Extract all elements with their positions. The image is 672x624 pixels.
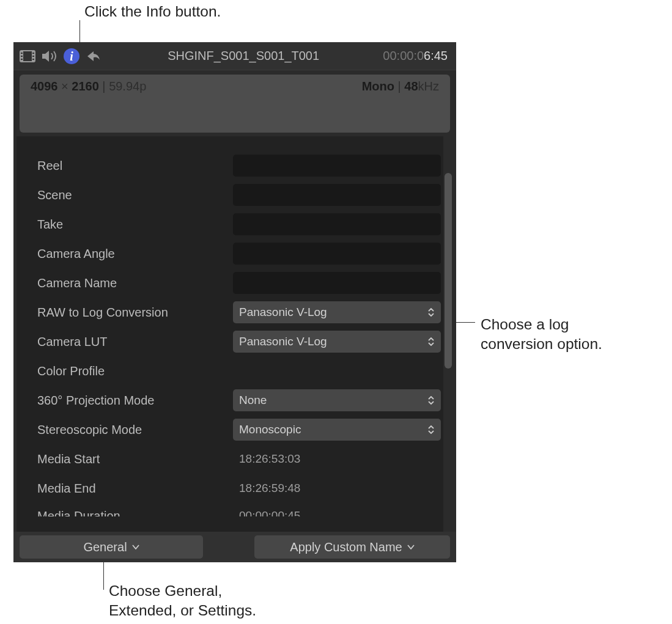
chevron-down-icon (407, 545, 415, 549)
svg-text:i: i (70, 50, 73, 63)
metadata-view-dropdown[interactable]: General (20, 535, 203, 559)
scene-input[interactable] (233, 184, 441, 206)
updown-icon (427, 337, 435, 346)
camera-name-input[interactable] (233, 272, 441, 294)
stereoscopic-mode-dropdown[interactable]: Monoscopic (233, 419, 441, 441)
scrollbar-thumb[interactable] (445, 173, 452, 369)
callout-log-conversion: Choose a log conversion option. (481, 315, 602, 354)
reel-row: Reel (17, 151, 453, 180)
raw-to-log-row: RAW to Log Conversion Panasonic V-Log (17, 298, 453, 327)
info-inspector-icon[interactable]: i (61, 46, 82, 67)
svg-rect-8 (32, 59, 34, 60)
video-inspector-icon[interactable] (17, 46, 38, 67)
stereoscopic-mode-row: Stereoscopic Mode Monoscopic (17, 415, 453, 444)
camera-lut-row: Camera LUT Panasonic V-Log (17, 327, 453, 356)
updown-icon (427, 396, 435, 405)
svg-rect-6 (32, 53, 34, 54)
scrollbar-track[interactable] (443, 136, 453, 546)
scene-row: Scene (17, 180, 453, 210)
svg-rect-3 (21, 53, 23, 54)
take-row: Take (17, 210, 453, 239)
take-input[interactable] (233, 213, 441, 235)
callout-info-button: Click the Info button. (84, 2, 221, 21)
callout-line (103, 559, 104, 590)
media-duration-row: Media Duration 00:00:00:45 (17, 503, 453, 516)
camera-lut-dropdown[interactable]: Panasonic V-Log (233, 331, 441, 353)
clip-name: SHGINF_S001_S001_T001 (104, 49, 383, 63)
media-start-row: Media Start 18:26:53:03 (17, 444, 453, 474)
inspector-panel: i SHGINF_S001_S001_T001 00:00:06:45 4096… (13, 42, 456, 562)
projection-mode-dropdown[interactable]: None (233, 389, 441, 411)
inspector-bottom-bar: General Apply Custom Name (13, 532, 456, 562)
chevron-down-icon (132, 545, 139, 549)
share-inspector-icon[interactable] (83, 46, 104, 67)
media-end-row: Media End 18:26:59:48 (17, 474, 453, 503)
camera-angle-row: Camera Angle (17, 239, 453, 268)
svg-rect-7 (32, 56, 34, 57)
inspector-topbar: i SHGINF_S001_S001_T001 00:00:06:45 (13, 42, 456, 70)
projection-mode-row: 360° Projection Mode None (17, 386, 453, 415)
svg-rect-4 (21, 56, 23, 57)
clip-summary-bar: 4096 × 2160 | 59.94p Mono | 48kHz (20, 75, 450, 133)
callout-general-menu: Choose General, Extended, or Settings. (109, 581, 256, 620)
raw-to-log-dropdown[interactable]: Panasonic V-Log (233, 301, 441, 323)
reel-input[interactable] (233, 155, 441, 177)
svg-rect-5 (21, 59, 23, 60)
color-profile-row: Color Profile (17, 356, 453, 386)
clip-timecode: 00:00:06:45 (383, 49, 452, 63)
updown-icon (427, 425, 435, 434)
updown-icon (427, 308, 435, 317)
camera-name-row: Camera Name (17, 268, 453, 298)
apply-custom-name-dropdown[interactable]: Apply Custom Name (254, 535, 450, 559)
audio-inspector-icon[interactable] (39, 46, 60, 67)
metadata-scroll-area: Duration 00:00:06:45 Reel Scene Take Cam… (17, 136, 453, 546)
camera-angle-input[interactable] (233, 243, 441, 265)
